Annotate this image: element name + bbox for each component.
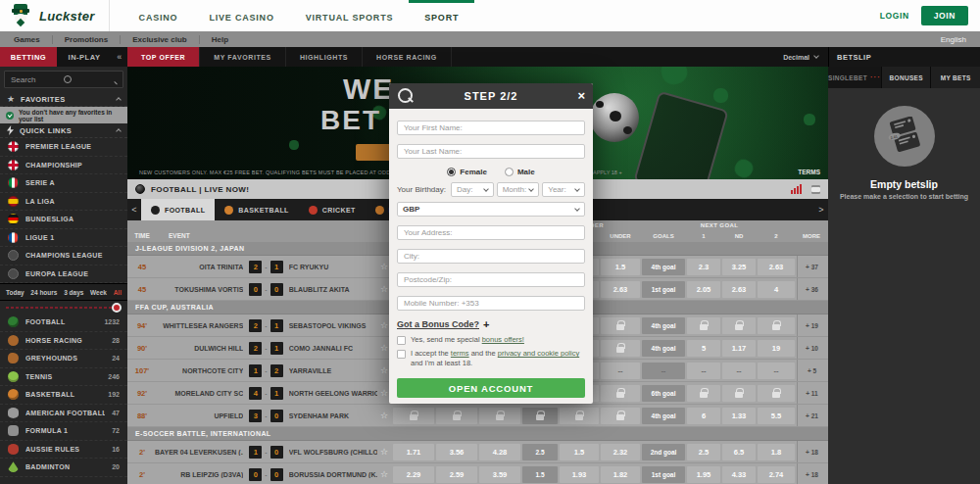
quick-link-europa-league[interactable]: EUROPA LEAGUE (0, 266, 127, 284)
odds-cell[interactable]: 4th goal (642, 317, 685, 334)
odds-cell[interactable]: 3.56 (436, 444, 477, 460)
open-account-button[interactable]: OPEN ACCOUNT (397, 378, 585, 398)
more-markets[interactable]: + 36 (797, 278, 826, 300)
banner-terms-link[interactable]: TERMS (798, 169, 820, 175)
tab-highlights[interactable]: HIGHLIGHTS (286, 47, 363, 67)
odds-cell[interactable]: 3.25 (722, 259, 756, 275)
scroll-left-icon[interactable]: < (127, 199, 141, 220)
nav-virtual-sports[interactable]: VIRTUAL SPORTS (290, 0, 410, 31)
odds-cell[interactable]: 1.5 (560, 444, 599, 460)
bonus-offers-link[interactable]: bonus offers! (482, 335, 524, 344)
quick-link-championship[interactable]: CHAMPIONSHIP (0, 157, 127, 175)
odds-cell[interactable]: 2.59 (436, 466, 477, 483)
subnav-help[interactable]: Help (200, 35, 240, 44)
quick-links-header[interactable]: QUICK LINKS (0, 123, 127, 138)
bonus-offers-checkbox[interactable]: Yes, send me special bonus offers! (397, 335, 585, 345)
odds-cell[interactable]: 2.63 (601, 281, 640, 298)
odds-cell[interactable]: 1.5 (522, 466, 558, 483)
postcode-field[interactable] (397, 272, 585, 287)
subnav-games[interactable]: Games (10, 35, 53, 44)
odds-cell[interactable]: 1st goal (642, 466, 685, 483)
favorite-star-icon[interactable]: ☆ (377, 447, 391, 457)
odds-cell[interactable]: 2.63 (722, 281, 756, 298)
last-name-field[interactable] (397, 144, 585, 159)
first-name-field[interactable] (397, 121, 585, 135)
login-button[interactable]: LOGIN (880, 11, 909, 21)
time-filter-all[interactable]: All (114, 289, 122, 296)
sidebar-sport-aussie-rules[interactable]: AUSSIE RULES16 (0, 441, 127, 460)
subnav-exclusive-club[interactable]: Exclusive club (121, 35, 200, 44)
tab-betting[interactable]: BETTING (0, 47, 57, 67)
odds-cell[interactable]: 4th goal (642, 340, 685, 357)
more-markets[interactable]: + 18 (797, 463, 826, 484)
odds-cell[interactable]: 5 (687, 340, 720, 357)
odds-cell[interactable]: 3.59 (479, 466, 520, 483)
quick-link-premier-league[interactable]: PREMIER LEAGUE (0, 138, 127, 157)
scroll-right-icon[interactable]: > (814, 199, 828, 220)
bonus-code-toggle[interactable]: Got a Bonus Code? + (397, 318, 585, 330)
more-markets[interactable]: + 19 (797, 315, 826, 336)
odds-cell[interactable]: 1.95 (687, 466, 720, 483)
sport-tab-cricket[interactable]: CRICKET (299, 199, 366, 220)
city-field[interactable] (397, 249, 585, 264)
radio-female[interactable]: Female (447, 168, 487, 176)
odds-cell[interactable]: 2.74 (758, 466, 795, 483)
list-view-icon[interactable] (811, 185, 820, 194)
language-selector[interactable]: English (941, 35, 970, 44)
odds-cell[interactable]: 2.5 (522, 444, 558, 460)
odds-cell[interactable]: 4 (758, 281, 795, 298)
quick-link-ligue-1[interactable]: LIGUE 1 (0, 229, 127, 248)
address-field[interactable] (397, 225, 585, 240)
odds-cell[interactable]: 2.63 (758, 259, 795, 275)
sidebar-sport-basketball[interactable]: BASKETBALL192 (0, 386, 127, 405)
quick-link-la-liga[interactable]: LA LIGA (0, 193, 127, 212)
odds-range-slider[interactable] (6, 302, 122, 314)
more-markets[interactable]: + 18 (797, 441, 826, 462)
odds-cell[interactable]: 1.33 (722, 408, 756, 424)
odds-cell[interactable]: 2.5 (687, 444, 720, 460)
sidebar-sport-american-football[interactable]: AMERICAN FOOTBALL47 (0, 405, 127, 423)
stats-bars-icon[interactable] (791, 184, 802, 194)
favorites-header[interactable]: ★ FAVORITES (0, 92, 127, 107)
sidebar-sport-formula-1[interactable]: FORMULA 172 (0, 422, 127, 441)
favorite-star-icon[interactable]: ☆ (377, 469, 391, 479)
odds-cell[interactable]: 4.33 (722, 466, 756, 483)
more-markets[interactable]: + 37 (797, 256, 826, 277)
tab-top-offer[interactable]: TOP OFFER (127, 47, 200, 67)
odds-cell[interactable]: 4th goal (642, 408, 685, 424)
tab-horse-racing[interactable]: HORSE RACING (363, 47, 452, 67)
odds-cell[interactable]: 2.05 (687, 281, 720, 298)
odds-cell[interactable]: 6 (687, 408, 720, 424)
time-filter-week[interactable]: Week (90, 289, 107, 296)
time-filter-today[interactable]: Today (6, 289, 24, 296)
quick-link-bundesliga[interactable]: BUNDESLIGA (0, 211, 127, 229)
sidebar-sport-football[interactable]: FOOTBALL1232 (0, 314, 127, 332)
slider-handle[interactable] (112, 303, 122, 313)
currency-select[interactable]: GBP (397, 202, 585, 217)
sport-tab-basketball[interactable]: BASKETBALL (215, 199, 298, 220)
odds-cell[interactable]: 1.93 (560, 466, 599, 483)
favorite-star-icon[interactable]: ☆ (377, 411, 391, 420)
tab-singlebet[interactable]: SINGLEBET··· (828, 67, 881, 88)
more-markets[interactable]: + 21 (797, 405, 826, 426)
tab-in-play[interactable]: IN-PLAY (57, 47, 112, 67)
year-select[interactable]: Year: (542, 182, 585, 197)
month-select[interactable]: Month: (497, 182, 540, 197)
odds-cell[interactable]: 1.71 (393, 444, 434, 460)
odds-cell[interactable]: 2.29 (393, 466, 434, 483)
close-icon[interactable]: × (577, 87, 585, 105)
tab-bonuses[interactable]: BONUSES (881, 67, 931, 88)
nav-live-casino[interactable]: LIVE CASINO (193, 0, 289, 31)
terms-checkbox[interactable]: I accept the terms and the privacy and c… (397, 349, 585, 368)
sidebar-sport-tennis[interactable]: TENNIS246 (0, 368, 127, 387)
odds-cell[interactable]: 19 (758, 340, 795, 357)
quick-link-serie-a[interactable]: SERIE A (0, 174, 127, 193)
odds-cell[interactable]: 4th goal (642, 259, 685, 275)
odds-cell[interactable]: 1.8 (758, 444, 795, 460)
time-filter-24-hours[interactable]: 24 hours (30, 289, 57, 296)
odds-cell[interactable]: 6th goal (642, 385, 685, 402)
more-markets[interactable]: + 11 (797, 382, 826, 404)
sidebar-sport-badminton[interactable]: BADMINTON20 (0, 459, 127, 477)
more-markets[interactable]: + 10 (797, 337, 826, 359)
brand-logo[interactable]: Luckster (0, 0, 110, 31)
